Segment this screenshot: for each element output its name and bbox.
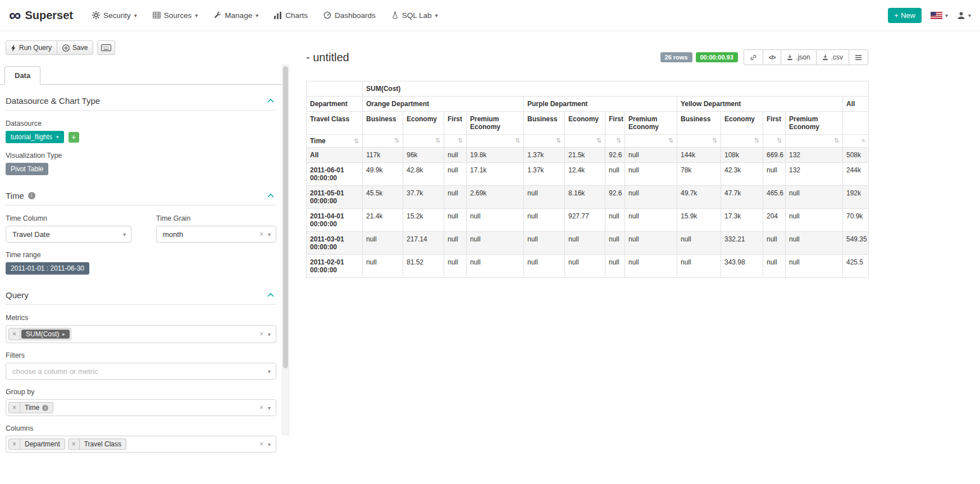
superset-logo[interactable]: ∞ Superset: [9, 9, 73, 22]
sort-header-cell[interactable]: ⇅: [605, 135, 625, 148]
viz-type-control: Visualization Type Pivot Table: [6, 152, 276, 175]
value-cell: 2.69k: [467, 186, 524, 209]
sort-header-cell[interactable]: ⇅: [363, 135, 403, 148]
section-datasource-header[interactable]: Datasource & Chart Type: [6, 96, 276, 111]
value-cell: null: [565, 255, 605, 278]
run-query-button[interactable]: Run Query: [6, 40, 57, 55]
sort-header-cell[interactable]: ⇅: [403, 135, 444, 148]
keyboard-shortcuts-button[interactable]: [97, 40, 115, 55]
link-icon: [750, 54, 757, 61]
column-group-header: All: [843, 97, 869, 112]
caret-down-icon[interactable]: ▾: [268, 368, 271, 375]
row-dimension-text: Time: [310, 137, 326, 145]
filters-select[interactable]: choose a column or metric ▾: [6, 363, 276, 380]
caret-down-icon[interactable]: ▾: [268, 441, 271, 448]
caret-down-icon: ▾: [968, 12, 971, 19]
sort-icon: ⇅: [712, 137, 717, 144]
columns-select[interactable]: × Department × Travel Class × ▾: [6, 436, 276, 453]
metric-chip[interactable]: SUM(Cost) ▸: [21, 330, 70, 339]
time-column-select[interactable]: Travel Date ▾: [6, 226, 131, 243]
datasource-select[interactable]: tutorial_flights ▾: [6, 131, 64, 143]
new-button[interactable]: + New: [888, 8, 922, 23]
value-cell: null: [605, 163, 625, 186]
explore-control-panel: Run Query Save Data Datasource & Chart T…: [0, 31, 282, 484]
tab-data[interactable]: Data: [4, 66, 40, 85]
remove-tag-icon[interactable]: ×: [9, 403, 20, 413]
sort-header-cell[interactable]: ⇅: [721, 135, 763, 148]
flask-icon: [391, 11, 399, 19]
export-csv-button[interactable]: .csv: [816, 49, 849, 65]
panel-body: Datasource & Chart Type Datasource tutor…: [0, 85, 282, 453]
sort-header-cell[interactable]: ⇅: [524, 135, 565, 148]
remove-tag-icon[interactable]: ×: [69, 439, 80, 449]
sort-header-cell[interactable]: ⇅: [565, 135, 605, 148]
view-query-button[interactable]: </>: [763, 49, 781, 65]
caret-down-icon: ▾: [435, 12, 438, 19]
language-selector[interactable]: ▾: [931, 12, 948, 19]
time-grain-label: Time Grain: [156, 214, 276, 222]
remove-tag-icon[interactable]: ×: [9, 439, 20, 449]
caret-down-icon[interactable]: ▾: [123, 231, 126, 238]
value-cell: null: [524, 186, 565, 209]
travel-class-header: Economy: [721, 112, 763, 135]
edit-datasource-button[interactable]: +: [69, 132, 79, 143]
nav-item-sources[interactable]: Sources ▾: [153, 11, 198, 20]
panel-scrollbar[interactable]: [282, 65, 289, 435]
select-controls: × ▾: [259, 330, 271, 338]
value-cell: 70.9k: [843, 209, 869, 232]
clear-icon[interactable]: ×: [259, 404, 263, 412]
clear-icon[interactable]: ×: [259, 330, 263, 338]
nav-item-sql-lab[interactable]: SQL Lab ▾: [391, 11, 438, 20]
clear-icon[interactable]: ×: [259, 230, 263, 238]
groupby-select[interactable]: × Time i × ▾: [6, 399, 276, 416]
sort-header-cell[interactable]: ⇅: [625, 135, 677, 148]
chart-options-button[interactable]: [849, 49, 868, 65]
sort-row: Time⇅⇅⇅⇅⇅⇅⇅⇅⇅⇅⇅⇅⇅≡: [307, 135, 869, 148]
value-cell: 42.3k: [721, 163, 763, 186]
metrics-select[interactable]: × SUM(Cost) ▸ × ▾: [6, 325, 276, 343]
caret-down-icon[interactable]: ▾: [268, 405, 271, 411]
section-query-header[interactable]: Query: [6, 290, 276, 305]
sort-header-cell[interactable]: ≡: [843, 135, 869, 148]
time-grain-select[interactable]: month × ▾: [156, 226, 276, 243]
nav-item-security[interactable]: Security ▾: [92, 11, 137, 20]
time-range-label: Time range: [6, 251, 276, 259]
nav-item-label: Dashboards: [335, 11, 376, 20]
us-flag-icon: [931, 12, 942, 19]
run-query-label: Run Query: [19, 44, 52, 52]
time-controls-row: Time Column Travel Date ▾ Time Grain mon…: [6, 214, 276, 243]
row-dimension-header[interactable]: Time⇅: [307, 135, 363, 148]
value-cell: null: [625, 148, 677, 163]
nav-item-charts[interactable]: Charts: [274, 11, 308, 20]
sort-header-cell[interactable]: ⇅: [467, 135, 524, 148]
user-menu[interactable]: ▾: [957, 11, 971, 20]
scrollbar-thumb[interactable]: [283, 66, 288, 368]
section-time-header[interactable]: Time i: [6, 191, 276, 206]
sort-header-cell[interactable]: ⇅: [677, 135, 721, 148]
groupby-tag: × Time i: [8, 402, 53, 413]
value-cell: 49.9k: [363, 163, 403, 186]
column-group-header: Yellow Department: [677, 97, 843, 112]
value-cell: null: [444, 255, 467, 278]
caret-down-icon[interactable]: ▾: [268, 331, 271, 337]
sort-header-cell[interactable]: ⇅: [786, 135, 843, 148]
plus-icon: +: [894, 11, 899, 20]
sort-header-cell[interactable]: ⇅: [763, 135, 786, 148]
share-link-button[interactable]: [744, 49, 763, 65]
export-json-button[interactable]: .json: [781, 49, 816, 65]
chart-title[interactable]: - untitled: [306, 51, 349, 64]
remove-tag-icon[interactable]: ×: [9, 328, 20, 340]
sort-header-cell[interactable]: ⇅: [444, 135, 467, 148]
save-button[interactable]: Save: [57, 40, 93, 55]
value-cell: null: [444, 186, 467, 209]
bolt-icon: [11, 44, 16, 52]
viz-type-value: Pivot Table: [11, 165, 43, 173]
sort-icon: ⇅: [668, 137, 673, 144]
nav-item-manage[interactable]: Manage ▾: [213, 11, 258, 20]
value-cell: 45.5k: [363, 186, 403, 209]
viz-type-select[interactable]: Pivot Table: [6, 163, 48, 175]
caret-down-icon[interactable]: ▾: [268, 231, 271, 238]
time-range-button[interactable]: 2011-01-01 : 2011-06-30: [6, 262, 89, 275]
clear-icon[interactable]: ×: [259, 440, 263, 448]
nav-item-dashboards[interactable]: Dashboards: [323, 11, 376, 20]
